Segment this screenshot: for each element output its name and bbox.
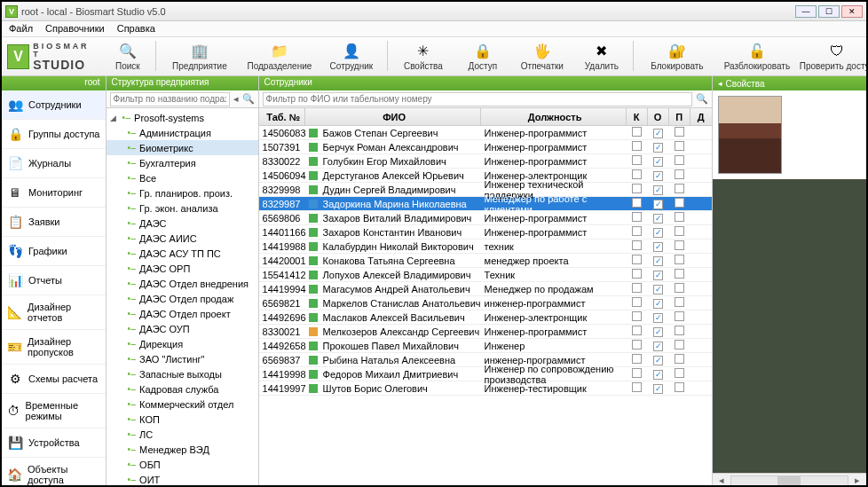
checkbox[interactable]: ✓ bbox=[653, 157, 663, 167]
scroll-left-icon[interactable]: ◂ bbox=[716, 475, 727, 486]
checkbox[interactable]: ✓ bbox=[653, 256, 663, 266]
menu-dictionaries[interactable]: Справочники bbox=[45, 23, 105, 35]
checkbox[interactable]: ✓ bbox=[653, 342, 663, 351]
checkbox[interactable] bbox=[632, 311, 642, 321]
table-row[interactable]: 14506083Бажов Степан СергеевичИнженер-пр… bbox=[259, 126, 712, 140]
toolbar-prints-button[interactable]: 🖐Отпечатки bbox=[510, 41, 574, 73]
checkbox[interactable] bbox=[675, 212, 684, 222]
col-p[interactable]: П bbox=[669, 108, 690, 125]
nav-timemodes[interactable]: ⏱Временные режимы bbox=[2, 394, 106, 428]
checkbox[interactable]: ✓ bbox=[653, 299, 663, 309]
table-row[interactable]: 8329987Задоркина Марина НиколаевнаМенедж… bbox=[259, 197, 712, 211]
tree-node[interactable]: •‒Биометрикс bbox=[107, 140, 258, 155]
nav-schemes[interactable]: ⚙Схемы расчета bbox=[2, 365, 106, 394]
checkbox[interactable] bbox=[632, 297, 642, 307]
toolbar-delete-button[interactable]: ✖Удалить bbox=[574, 41, 629, 73]
nav-reports[interactable]: 📊Отчеты bbox=[2, 266, 106, 295]
checkbox[interactable] bbox=[632, 212, 642, 222]
tree-node[interactable]: •‒Гр. экон. анализа bbox=[107, 200, 258, 216]
table-row[interactable]: 14419988Калабурдин Николай Викторовичтех… bbox=[259, 240, 712, 254]
checkbox[interactable] bbox=[675, 269, 684, 279]
col-d[interactable]: Д bbox=[690, 108, 712, 125]
checkbox[interactable]: ✓ bbox=[653, 129, 663, 138]
checkbox[interactable] bbox=[675, 155, 684, 165]
checkbox[interactable]: ✓ bbox=[653, 356, 663, 365]
tree-node[interactable]: •‒ДАЭС АСУ ТП ПС bbox=[107, 246, 258, 261]
checkbox[interactable]: ✓ bbox=[653, 327, 663, 337]
checkbox[interactable]: ✓ bbox=[653, 214, 663, 224]
checkbox[interactable] bbox=[675, 184, 684, 193]
checkbox[interactable] bbox=[632, 155, 642, 165]
nav-objects[interactable]: 🏠Объекты доступа bbox=[2, 458, 106, 487]
col-fio[interactable]: ФИО bbox=[305, 108, 481, 125]
tree-node[interactable]: •‒Кадровая служба bbox=[107, 381, 258, 397]
tree-node[interactable]: •‒ДАЭС Отдел продаж bbox=[107, 291, 258, 306]
checkbox[interactable] bbox=[675, 382, 684, 392]
col-position[interactable]: Должность bbox=[481, 108, 627, 125]
nav-employees[interactable]: 👥Сотрудники bbox=[2, 90, 106, 120]
table-row[interactable]: 8330022Голубкин Егор МихайловичИнженер-п… bbox=[259, 154, 712, 169]
table-row[interactable]: 14401166Захаров Константин ИвановичИнжен… bbox=[259, 225, 712, 240]
checkbox[interactable]: ✓ bbox=[653, 143, 663, 153]
table-row[interactable]: 14419997Шутов Борис ОлеговичИнженер-тест… bbox=[259, 381, 712, 396]
checkbox[interactable]: ✓ bbox=[653, 271, 663, 280]
menu-file[interactable]: Файл bbox=[9, 23, 33, 35]
table-row[interactable]: 6569821Маркелов Станислав Анатольевичинж… bbox=[259, 296, 712, 310]
checkbox[interactable] bbox=[675, 226, 684, 236]
col-tab[interactable]: Таб. № bbox=[259, 108, 305, 125]
tree-node[interactable]: •‒КОП bbox=[107, 412, 258, 427]
toolbar-check-button[interactable]: 🛡Проверить доступ bbox=[797, 41, 868, 73]
nav-charts[interactable]: 👣Графики bbox=[2, 237, 106, 266]
tree-node[interactable]: •‒ЛС bbox=[107, 427, 258, 442]
checkbox[interactable] bbox=[632, 240, 642, 250]
checkbox[interactable] bbox=[632, 340, 642, 350]
checkbox[interactable]: ✓ bbox=[653, 171, 663, 181]
checkbox[interactable] bbox=[675, 368, 684, 378]
table-row[interactable]: 6569806Захаров Виталий ВладимировичИнжен… bbox=[259, 211, 712, 225]
grid-filter-search-icon[interactable]: 🔍 bbox=[696, 93, 708, 105]
toolbar-block-button[interactable]: 🔐Блокировать bbox=[637, 41, 717, 73]
table-row[interactable]: 8330021Мелкозеров Александр СергеевичИнж… bbox=[259, 325, 712, 339]
checkbox[interactable] bbox=[675, 354, 684, 364]
checkbox[interactable] bbox=[675, 297, 684, 307]
checkbox[interactable] bbox=[632, 169, 642, 179]
tree-node[interactable]: •‒Дирекция bbox=[107, 336, 258, 351]
maximize-button[interactable]: ☐ bbox=[818, 5, 840, 18]
tree-node[interactable]: •‒ЗАО "Листинг" bbox=[107, 351, 258, 366]
tree-node[interactable]: •‒Все bbox=[107, 170, 258, 185]
tree-node[interactable]: •‒ОБП bbox=[107, 457, 258, 472]
checkbox[interactable]: ✓ bbox=[653, 384, 663, 394]
checkbox[interactable]: ✓ bbox=[653, 185, 663, 195]
checkbox[interactable] bbox=[632, 184, 642, 193]
checkbox[interactable] bbox=[675, 240, 684, 250]
checkbox[interactable]: ✓ bbox=[653, 370, 663, 380]
checkbox[interactable] bbox=[675, 311, 684, 321]
checkbox[interactable] bbox=[632, 368, 642, 378]
nav-devices[interactable]: 💾Устройства bbox=[2, 428, 106, 458]
tree-node[interactable]: •‒ДАЭС АИИС bbox=[107, 231, 258, 246]
checkbox[interactable] bbox=[675, 141, 684, 151]
table-row[interactable]: 14419998Федоров Михаил ДмитриевичИнженер… bbox=[259, 367, 712, 381]
grid-filter-input[interactable] bbox=[263, 92, 692, 106]
checkbox[interactable] bbox=[675, 198, 684, 208]
table-row[interactable]: 14492658Прокошев Павел МихайловичИнженер… bbox=[259, 339, 712, 353]
toolbar-unblock-button[interactable]: 🔓Разблокировать bbox=[717, 41, 797, 73]
tree-node[interactable]: •‒Гр. планиров. произ. bbox=[107, 185, 258, 200]
nav-requests[interactable]: 📋Заявки bbox=[2, 208, 106, 237]
props-expand-icon[interactable]: ◂ bbox=[718, 79, 722, 88]
toolbar-properties-button[interactable]: ✳Свойства bbox=[391, 41, 455, 73]
close-button[interactable]: ✕ bbox=[841, 5, 863, 18]
checkbox[interactable] bbox=[632, 255, 642, 264]
tree-root[interactable]: ◢•‒Prosoft-systems bbox=[107, 110, 258, 125]
checkbox[interactable] bbox=[675, 340, 684, 350]
minimize-button[interactable]: — bbox=[795, 5, 817, 18]
nav-journals[interactable]: 📄Журналы bbox=[2, 149, 106, 178]
nav-monitoring[interactable]: 🖥Мониторинг bbox=[2, 178, 106, 208]
tree-node[interactable]: •‒Администрация bbox=[107, 125, 258, 140]
toolbar-enterprise-button[interactable]: 🏢Предприятие bbox=[160, 41, 240, 73]
nav-reportdes[interactable]: 📐Дизайнер отчетов bbox=[2, 295, 106, 330]
table-row[interactable]: 1507391Берчук Роман АлександровичИнженер… bbox=[259, 140, 712, 154]
checkbox[interactable] bbox=[675, 127, 684, 137]
tree-node[interactable]: •‒Коммерческий отдел bbox=[107, 397, 258, 412]
toolbar-employee-button[interactable]: 👤Сотрудник bbox=[320, 41, 383, 73]
